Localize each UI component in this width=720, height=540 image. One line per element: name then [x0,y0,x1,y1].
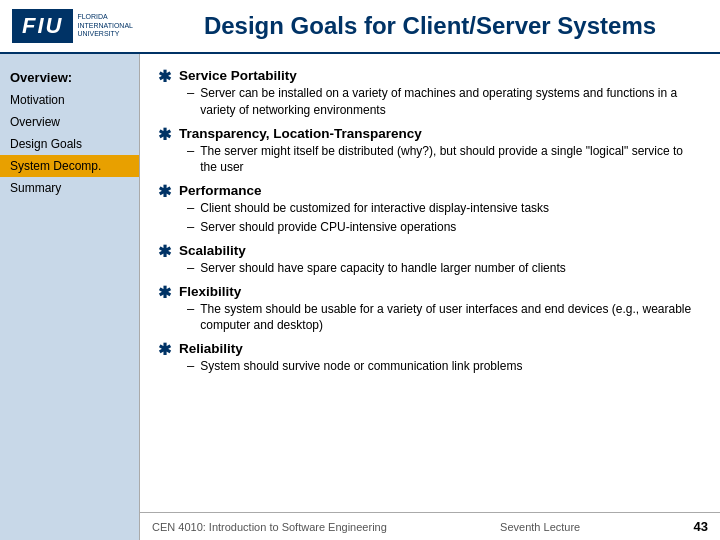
bullet-section: ✱Reliability–System should survive node … [158,341,702,375]
sub-bullet-text: Server should provide CPU-intensive oper… [200,219,456,236]
sub-dash-icon: – [187,301,194,316]
bullet-row: ✱Flexibility–The system should be usable… [158,284,702,335]
sub-bullet-text: Server should have spare capacity to han… [200,260,566,277]
bullet-row: ✱Service Portability–Server can be insta… [158,68,702,119]
sub-bullet: –The system should be usable for a varie… [187,301,702,335]
bullet-section: ✱Flexibility–The system should be usable… [158,284,702,335]
bullet-title: Reliability [179,341,702,356]
footer-course: CEN 4010: Introduction to Software Engin… [152,521,387,533]
bullet-content: Flexibility–The system should be usable … [179,284,702,335]
sub-bullet: –Client should be customized for interac… [187,200,702,217]
bullet-star-icon: ✱ [158,283,171,302]
bullet-star-icon: ✱ [158,340,171,359]
sub-bullet-text: System should survive node or communicat… [200,358,522,375]
sub-bullet-text: The server might itself be distributed (… [200,143,702,177]
bullet-title: Performance [179,183,702,198]
bullet-star-icon: ✱ [158,182,171,201]
logo-sub: FLORIDA INTERNATIONAL UNIVERSITY [77,13,137,38]
sidebar-item-design-goals[interactable]: Design Goals [0,133,139,155]
bullet-row: ✱Scalability–Server should have spare ca… [158,243,702,277]
footer-lecture: Seventh Lecture [500,521,580,533]
bullet-section: ✱Scalability–Server should have spare ca… [158,243,702,277]
sidebar-item-summary[interactable]: Summary [0,177,139,199]
content-area: ✱Service Portability–Server can be insta… [140,54,720,540]
logo-text: FIU [12,9,73,43]
bullet-content: Scalability–Server should have spare cap… [179,243,702,277]
bullet-content: Service Portability–Server can be instal… [179,68,702,119]
bullet-title: Service Portability [179,68,702,83]
bullet-row: ✱Performance–Client should be customized… [158,183,702,236]
bullet-title: Scalability [179,243,702,258]
bullet-section: ✱Service Portability–Server can be insta… [158,68,702,119]
sub-bullet: –Server should have spare capacity to ha… [187,260,702,277]
footer-page: 43 [694,519,708,534]
logo-area: FIU FLORIDA INTERNATIONAL UNIVERSITY [12,9,152,43]
sidebar-item-motivation[interactable]: Motivation [0,89,139,111]
bullet-star-icon: ✱ [158,125,171,144]
sub-dash-icon: – [187,85,194,100]
sub-bullet: –Server can be installed on a variety of… [187,85,702,119]
bullets-container: ✱Service Portability–Server can be insta… [158,68,702,375]
sub-dash-icon: – [187,200,194,215]
sub-bullet-text: Server can be installed on a variety of … [200,85,702,119]
sidebar-item-system-decomp[interactable]: System Decomp. [0,155,139,177]
sidebar-section-label: Overview: [0,64,139,89]
sub-bullet-text: The system should be usable for a variet… [200,301,702,335]
sub-bullet: –System should survive node or communica… [187,358,702,375]
sidebar-item-overview[interactable]: Overview [0,111,139,133]
sub-bullet: –The server might itself be distributed … [187,143,702,177]
bullet-row: ✱Transparency, Location-Transparency–The… [158,126,702,177]
header: FIU FLORIDA INTERNATIONAL UNIVERSITY Des… [0,0,720,54]
bullet-section: ✱Performance–Client should be customized… [158,183,702,236]
bullet-row: ✱Reliability–System should survive node … [158,341,702,375]
bullet-section: ✱Transparency, Location-Transparency–The… [158,126,702,177]
sub-dash-icon: – [187,260,194,275]
bullet-content: Transparency, Location-Transparency–The … [179,126,702,177]
sub-dash-icon: – [187,358,194,373]
sidebar: Overview: Motivation Overview Design Goa… [0,54,140,540]
sub-dash-icon: – [187,219,194,234]
bullet-title: Transparency, Location-Transparency [179,126,702,141]
footer: CEN 4010: Introduction to Software Engin… [140,512,720,540]
bullet-content: Performance–Client should be customized … [179,183,702,236]
bullet-title: Flexibility [179,284,702,299]
sub-bullet: –Server should provide CPU-intensive ope… [187,219,702,236]
bullet-star-icon: ✱ [158,242,171,261]
bullet-star-icon: ✱ [158,67,171,86]
page-title: Design Goals for Client/Server Systems [152,12,708,40]
sub-dash-icon: – [187,143,194,158]
main-layout: Overview: Motivation Overview Design Goa… [0,54,720,540]
bullet-content: Reliability–System should survive node o… [179,341,702,375]
sub-bullet-text: Client should be customized for interact… [200,200,549,217]
